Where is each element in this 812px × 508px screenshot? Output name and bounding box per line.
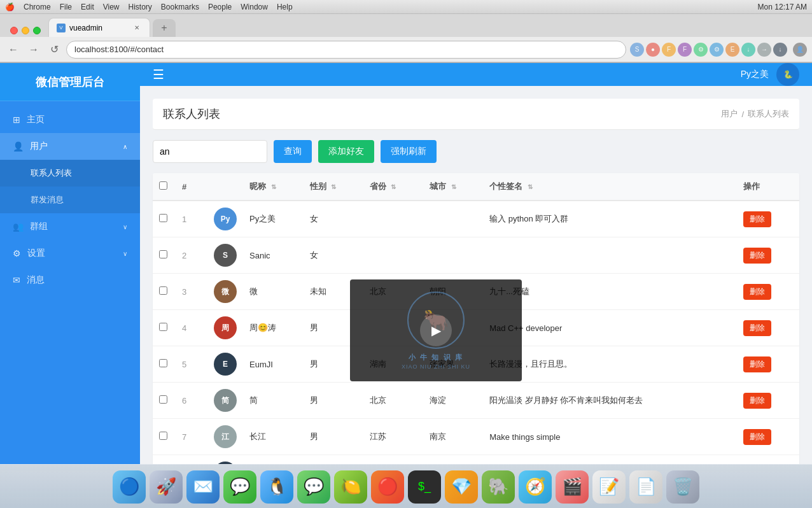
add-friend-button[interactable]: 添加好友 <box>318 140 374 163</box>
row-checkbox[interactable] <box>159 323 167 331</box>
tab-title: vueadmin <box>69 24 102 32</box>
help-menu[interactable]: Help <box>277 3 293 11</box>
ext-icon-7[interactable]: E <box>725 43 739 57</box>
row-city <box>423 237 483 274</box>
dock-doc2[interactable]: 📄 <box>629 470 662 504</box>
mac-menubar: 🍎 Chrome File Edit View History Bookmark… <box>0 0 812 14</box>
table-row: 2 S Sanic 女 删除 <box>153 237 799 274</box>
delete-button[interactable]: 删除 <box>743 320 771 336</box>
back-btn[interactable]: ← <box>5 41 22 58</box>
ext-icon-4[interactable]: F <box>678 43 692 57</box>
sort-icon-sig[interactable]: ⇅ <box>528 183 533 190</box>
people-menu[interactable]: People <box>208 3 232 11</box>
top-bar: ☰ Py之美 🐍 <box>140 63 812 86</box>
apple-logo[interactable]: 🍎 <box>5 3 15 11</box>
ext-icon-8[interactable]: ↓ <box>741 43 755 57</box>
sidebar-item-label: 主页 <box>27 114 45 125</box>
dock-launchpad[interactable]: 🚀 <box>150 470 183 504</box>
row-checkbox[interactable] <box>159 286 167 295</box>
top-bar-left: ☰ <box>153 67 164 82</box>
video-overlay[interactable]: 🐂 小 牛 知 识 库 XIAO NIU ZHI SHI KU ▶ <box>350 279 522 381</box>
dock-finder[interactable]: 🔵 <box>113 470 146 504</box>
sidebar-item-home[interactable]: ⊞ 主页 <box>0 106 140 133</box>
sort-icon-nickname[interactable]: ⇅ <box>271 183 276 190</box>
select-all-checkbox[interactable] <box>159 181 167 190</box>
hamburger-btn[interactable]: ☰ <box>153 67 164 82</box>
row-avatar: 江 <box>207 419 243 455</box>
top-bar-right: Py之美 🐍 <box>741 63 799 86</box>
row-checkbox[interactable] <box>159 250 167 258</box>
sidebar-item-user[interactable]: 👤 用户 ∧ <box>0 133 140 160</box>
history-menu[interactable]: History <box>129 3 152 11</box>
refresh-btn[interactable]: ↺ <box>46 41 62 58</box>
sidebar-item-mass-msg[interactable]: 群发消息 <box>0 187 140 213</box>
dock-screenrecord[interactable]: 🎬 <box>556 470 589 504</box>
user-avatar[interactable]: 🐍 <box>776 63 799 86</box>
ext-icon-9[interactable]: → <box>757 43 771 57</box>
row-checkbox[interactable] <box>159 395 167 404</box>
dock-terminal[interactable]: $_ <box>408 470 441 504</box>
forward-btn[interactable]: → <box>25 41 42 58</box>
bookmarks-menu[interactable]: Bookmarks <box>161 3 199 11</box>
sidebar-item-settings[interactable]: ⚙ 设置 ∨ <box>0 240 140 267</box>
row-avatar: S <box>207 237 243 274</box>
ext-icon-6[interactable]: ⚙ <box>710 43 724 57</box>
delete-button[interactable]: 删除 <box>743 211 771 227</box>
sort-icon-city[interactable]: ⇅ <box>451 183 456 190</box>
chevron-down-icon-2: ∨ <box>123 250 127 257</box>
ext-icon-1[interactable]: S <box>630 43 644 57</box>
content-body: 联系人列表 用户 / 联系人列表 查询 添加好友 强制刷新 <box>140 86 812 464</box>
account-icon[interactable]: 👤 <box>793 43 807 57</box>
dock-trash[interactable]: 🗑️ <box>666 470 699 504</box>
dock-evernote[interactable]: 🐘 <box>482 470 515 504</box>
sidebar-item-label: 设置 <box>27 248 45 259</box>
tab-close-btn[interactable]: ✕ <box>132 23 142 33</box>
dock-mail[interactable]: ✉️ <box>186 470 220 504</box>
window-close-btn[interactable] <box>10 27 18 34</box>
ext-icon-5[interactable]: ⚙ <box>694 43 708 57</box>
dock-doc1[interactable]: 📝 <box>592 470 626 504</box>
file-menu[interactable]: File <box>60 3 72 11</box>
delete-button[interactable]: 删除 <box>743 429 771 445</box>
view-menu[interactable]: View <box>103 3 120 11</box>
window-minimize-btn[interactable] <box>22 27 29 34</box>
delete-button[interactable]: 删除 <box>743 356 771 372</box>
browser-tab[interactable]: V vueadmin ✕ <box>48 18 150 37</box>
play-button[interactable]: ▶ <box>420 314 452 346</box>
dock-safari[interactable]: 🧭 <box>519 470 552 504</box>
sidebar-item-message[interactable]: ✉ 消息 <box>0 267 140 293</box>
delete-button[interactable]: 删除 <box>743 393 771 409</box>
sidebar-item-contact-list[interactable]: 联系人列表 <box>0 160 140 187</box>
query-button[interactable]: 查询 <box>274 140 312 163</box>
row-checkbox[interactable] <box>159 214 167 222</box>
ext-icon-10[interactable]: ↓ <box>773 43 787 57</box>
dock-wechat[interactable]: 💬 <box>297 470 330 504</box>
dock-sketch[interactable]: 💎 <box>445 470 478 504</box>
window-menu[interactable]: Window <box>241 3 268 11</box>
dock-messages[interactable]: 💬 <box>223 470 256 504</box>
row-avatar: 简 <box>207 383 243 419</box>
dock-chrome[interactable]: 🔴 <box>371 470 404 504</box>
edit-menu[interactable]: Edit <box>81 3 94 11</box>
row-action: 删除 <box>737 383 799 419</box>
ext-icon-3[interactable]: F <box>662 43 676 57</box>
sort-icon-gender[interactable]: ⇅ <box>331 183 336 190</box>
col-action: 操作 <box>737 173 799 201</box>
dock-qq[interactable]: 🐧 <box>260 470 293 504</box>
force-refresh-button[interactable]: 强制刷新 <box>381 140 437 163</box>
address-input[interactable] <box>66 41 626 59</box>
dock-lime[interactable]: 🍋 <box>334 470 367 504</box>
ext-icon-2[interactable]: ● <box>646 43 660 57</box>
contact-avatar: S <box>214 244 237 267</box>
delete-button[interactable]: 删除 <box>743 284 771 300</box>
window-maximize-btn[interactable] <box>33 27 41 34</box>
row-checkbox[interactable] <box>159 359 167 367</box>
row-action: 删除 <box>737 201 799 237</box>
page-title: 联系人列表 <box>163 106 220 122</box>
sidebar-item-group[interactable]: 👥 群组 ∨ <box>0 213 140 240</box>
sort-icon-province[interactable]: ⇅ <box>391 183 396 190</box>
delete-button[interactable]: 删除 <box>743 248 771 264</box>
row-checkbox[interactable] <box>159 432 167 440</box>
new-tab-btn[interactable]: + <box>153 19 176 37</box>
search-input[interactable] <box>153 140 267 163</box>
